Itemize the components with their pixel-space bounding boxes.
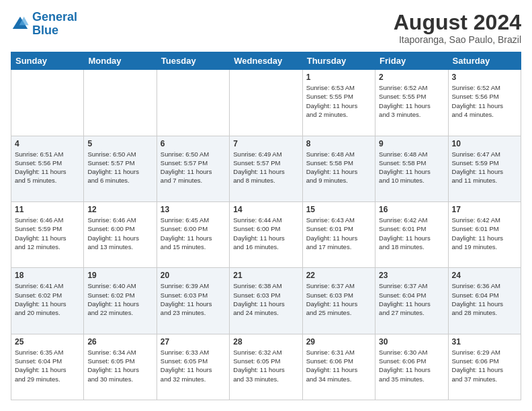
day-number: 6 (161, 139, 226, 148)
day-info: Sunrise: 6:51 AM Sunset: 5:56 PM Dayligh… (15, 150, 80, 185)
col-friday: Friday (375, 52, 448, 70)
table-row: 25Sunrise: 6:35 AM Sunset: 6:04 PM Dayli… (11, 334, 84, 400)
location: Itaporanga, Sao Paulo, Brazil (394, 34, 521, 45)
table-row: 27Sunrise: 6:33 AM Sunset: 6:05 PM Dayli… (157, 334, 229, 400)
day-number: 31 (452, 337, 517, 347)
day-info: Sunrise: 6:48 AM Sunset: 5:58 PM Dayligh… (379, 150, 444, 185)
day-number: 12 (87, 205, 152, 214)
day-number: 20 (161, 271, 226, 280)
month-title: August 2024 (394, 11, 521, 34)
day-number: 17 (452, 205, 517, 214)
day-number: 18 (15, 271, 80, 280)
day-info: Sunrise: 6:45 AM Sunset: 6:00 PM Dayligh… (161, 216, 226, 251)
calendar-table: Sunday Monday Tuesday Wednesday Thursday… (11, 52, 521, 400)
table-row: 17Sunrise: 6:42 AM Sunset: 6:01 PM Dayli… (448, 201, 521, 267)
day-number: 26 (87, 337, 152, 347)
day-info: Sunrise: 6:53 AM Sunset: 5:55 PM Dayligh… (306, 83, 371, 119)
table-row: 14Sunrise: 6:44 AM Sunset: 6:00 PM Dayli… (230, 201, 302, 267)
logo-text: General Blue (32, 11, 77, 38)
table-row: 2Sunrise: 6:52 AM Sunset: 5:55 PM Daylig… (375, 70, 448, 136)
day-number: 19 (87, 271, 152, 280)
col-monday: Monday (84, 52, 157, 70)
day-number: 16 (379, 205, 444, 214)
day-number: 7 (233, 139, 298, 148)
day-number: 2 (379, 73, 444, 82)
day-number: 1 (306, 73, 371, 82)
table-row: 9Sunrise: 6:48 AM Sunset: 5:58 PM Daylig… (375, 136, 448, 201)
page: General Blue August 2024 Itaporanga, Sao… (0, 0, 532, 411)
day-info: Sunrise: 6:34 AM Sunset: 6:05 PM Dayligh… (87, 348, 152, 383)
table-row: 11Sunrise: 6:46 AM Sunset: 5:59 PM Dayli… (11, 201, 84, 267)
table-row: 10Sunrise: 6:47 AM Sunset: 5:59 PM Dayli… (448, 136, 521, 201)
table-row: 4Sunrise: 6:51 AM Sunset: 5:56 PM Daylig… (11, 136, 84, 201)
table-row: 13Sunrise: 6:45 AM Sunset: 6:00 PM Dayli… (157, 201, 229, 267)
table-row: 3Sunrise: 6:52 AM Sunset: 5:56 PM Daylig… (448, 70, 521, 136)
table-row: 16Sunrise: 6:42 AM Sunset: 6:01 PM Dayli… (375, 201, 448, 267)
col-tuesday: Tuesday (157, 52, 229, 70)
day-info: Sunrise: 6:50 AM Sunset: 5:57 PM Dayligh… (161, 150, 226, 185)
day-info: Sunrise: 6:37 AM Sunset: 6:03 PM Dayligh… (306, 281, 371, 317)
day-info: Sunrise: 6:46 AM Sunset: 6:00 PM Dayligh… (87, 216, 152, 251)
table-row: 12Sunrise: 6:46 AM Sunset: 6:00 PM Dayli… (84, 201, 157, 267)
day-number: 28 (233, 337, 298, 347)
day-info: Sunrise: 6:38 AM Sunset: 6:03 PM Dayligh… (233, 281, 298, 317)
week-row-3: 11Sunrise: 6:46 AM Sunset: 5:59 PM Dayli… (11, 201, 521, 267)
day-info: Sunrise: 6:33 AM Sunset: 6:05 PM Dayligh… (161, 348, 226, 383)
table-row (84, 70, 157, 136)
day-info: Sunrise: 6:52 AM Sunset: 5:55 PM Dayligh… (379, 83, 444, 119)
day-info: Sunrise: 6:42 AM Sunset: 6:01 PM Dayligh… (379, 216, 444, 251)
day-number: 5 (87, 139, 152, 148)
table-row: 7Sunrise: 6:49 AM Sunset: 5:57 PM Daylig… (230, 136, 302, 201)
table-row: 28Sunrise: 6:32 AM Sunset: 6:05 PM Dayli… (230, 334, 302, 400)
table-row (230, 70, 302, 136)
day-number: 10 (452, 139, 517, 148)
table-row: 18Sunrise: 6:41 AM Sunset: 6:02 PM Dayli… (11, 268, 84, 334)
day-number: 14 (233, 205, 298, 214)
day-info: Sunrise: 6:52 AM Sunset: 5:56 PM Dayligh… (452, 83, 517, 119)
week-row-5: 25Sunrise: 6:35 AM Sunset: 6:04 PM Dayli… (11, 334, 521, 400)
col-wednesday: Wednesday (230, 52, 302, 70)
day-info: Sunrise: 6:48 AM Sunset: 5:58 PM Dayligh… (306, 150, 371, 185)
day-number: 30 (379, 337, 444, 347)
day-info: Sunrise: 6:42 AM Sunset: 6:01 PM Dayligh… (452, 216, 517, 251)
day-info: Sunrise: 6:50 AM Sunset: 5:57 PM Dayligh… (87, 150, 152, 185)
logo: General Blue (11, 11, 77, 38)
day-number: 8 (306, 139, 371, 148)
day-number: 4 (15, 139, 80, 148)
logo-icon (11, 15, 30, 34)
table-row: 21Sunrise: 6:38 AM Sunset: 6:03 PM Dayli… (230, 268, 302, 334)
day-number: 24 (452, 271, 517, 280)
table-row: 29Sunrise: 6:31 AM Sunset: 6:06 PM Dayli… (302, 334, 375, 400)
day-info: Sunrise: 6:32 AM Sunset: 6:05 PM Dayligh… (233, 348, 298, 383)
table-row: 30Sunrise: 6:30 AM Sunset: 6:06 PM Dayli… (375, 334, 448, 400)
week-row-4: 18Sunrise: 6:41 AM Sunset: 6:02 PM Dayli… (11, 268, 521, 334)
day-number: 23 (379, 271, 444, 280)
table-row: 22Sunrise: 6:37 AM Sunset: 6:03 PM Dayli… (302, 268, 375, 334)
table-row: 6Sunrise: 6:50 AM Sunset: 5:57 PM Daylig… (157, 136, 229, 201)
table-row: 1Sunrise: 6:53 AM Sunset: 5:55 PM Daylig… (302, 70, 375, 136)
day-info: Sunrise: 6:47 AM Sunset: 5:59 PM Dayligh… (452, 150, 517, 185)
day-number: 13 (161, 205, 226, 214)
day-info: Sunrise: 6:44 AM Sunset: 6:00 PM Dayligh… (233, 216, 298, 251)
day-info: Sunrise: 6:39 AM Sunset: 6:03 PM Dayligh… (161, 281, 226, 317)
table-row: 24Sunrise: 6:36 AM Sunset: 6:04 PM Dayli… (448, 268, 521, 334)
day-number: 22 (306, 271, 371, 280)
day-info: Sunrise: 6:37 AM Sunset: 6:04 PM Dayligh… (379, 281, 444, 317)
day-info: Sunrise: 6:43 AM Sunset: 6:01 PM Dayligh… (306, 216, 371, 251)
table-row: 15Sunrise: 6:43 AM Sunset: 6:01 PM Dayli… (302, 201, 375, 267)
week-row-1: 1Sunrise: 6:53 AM Sunset: 5:55 PM Daylig… (11, 70, 521, 136)
day-number: 15 (306, 205, 371, 214)
day-number: 25 (15, 337, 80, 347)
day-number: 11 (15, 205, 80, 214)
table-row: 26Sunrise: 6:34 AM Sunset: 6:05 PM Dayli… (84, 334, 157, 400)
title-block: August 2024 Itaporanga, Sao Paulo, Brazi… (394, 11, 521, 45)
table-row: 8Sunrise: 6:48 AM Sunset: 5:58 PM Daylig… (302, 136, 375, 201)
day-info: Sunrise: 6:40 AM Sunset: 6:02 PM Dayligh… (87, 281, 152, 317)
day-number: 21 (233, 271, 298, 280)
day-info: Sunrise: 6:31 AM Sunset: 6:06 PM Dayligh… (306, 348, 371, 383)
table-row (157, 70, 229, 136)
day-info: Sunrise: 6:49 AM Sunset: 5:57 PM Dayligh… (233, 150, 298, 185)
day-info: Sunrise: 6:30 AM Sunset: 6:06 PM Dayligh… (379, 348, 444, 383)
table-row: 31Sunrise: 6:29 AM Sunset: 6:06 PM Dayli… (448, 334, 521, 400)
table-row: 23Sunrise: 6:37 AM Sunset: 6:04 PM Dayli… (375, 268, 448, 334)
